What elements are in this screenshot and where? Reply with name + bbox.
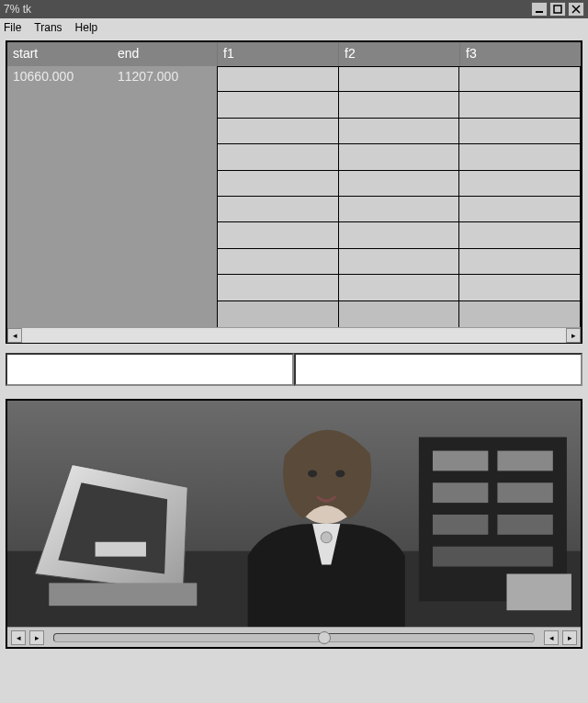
header-end[interactable]: end: [112, 42, 217, 66]
menu-file[interactable]: File: [4, 21, 21, 34]
table-row[interactable]: [217, 222, 581, 248]
menu-bar: File Trans Help: [0, 18, 588, 37]
svg-rect-7: [49, 583, 197, 606]
grid-cell[interactable]: [459, 171, 581, 197]
time-columns: start end 10660.000 11207.000: [7, 42, 217, 327]
svg-rect-19: [497, 515, 552, 535]
svg-rect-18: [433, 515, 488, 535]
feature-header: f1 f2 f3: [217, 42, 581, 66]
svg-rect-16: [433, 482, 488, 503]
close-button[interactable]: [568, 2, 584, 17]
table-row[interactable]: [217, 249, 581, 275]
grid-cell[interactable]: [459, 66, 581, 92]
play-button[interactable]: ▸: [29, 630, 44, 645]
table-row[interactable]: [217, 301, 581, 327]
grid-cell[interactable]: [217, 222, 339, 248]
seek-thumb[interactable]: [318, 631, 331, 644]
text-panels: [6, 353, 582, 386]
step-back-button[interactable]: ◂: [544, 630, 559, 645]
grid-cell[interactable]: [459, 249, 581, 275]
time-header: start end: [7, 42, 217, 66]
grid-cell[interactable]: [217, 275, 339, 300]
svg-point-12: [321, 532, 332, 543]
menu-help[interactable]: Help: [75, 21, 98, 34]
grid-cell[interactable]: [459, 222, 581, 248]
table-row[interactable]: [217, 197, 581, 222]
grid-cell[interactable]: [339, 222, 460, 248]
cell-end: 11207.000: [112, 66, 217, 88]
table-row[interactable]: [217, 92, 581, 118]
maximize-button[interactable]: [549, 2, 566, 17]
grid-body: [217, 66, 581, 327]
grid-cell[interactable]: [217, 66, 339, 92]
grid-cell[interactable]: [459, 197, 581, 222]
horizontal-scrollbar[interactable]: ◂ ▸: [7, 327, 581, 342]
feature-columns: f1 f2 f3: [217, 42, 581, 327]
table-row[interactable]: [217, 275, 581, 300]
svg-point-9: [308, 470, 317, 477]
player-controls: ◂ ▸ ◂ ▸: [7, 627, 581, 647]
table-row[interactable]: [217, 119, 581, 144]
text-box-right[interactable]: [294, 353, 582, 386]
grid-cell[interactable]: [217, 119, 339, 144]
grid-cell[interactable]: [459, 92, 581, 118]
scroll-right-button[interactable]: ▸: [566, 328, 581, 343]
grid-panel: start end 10660.000 11207.000 f1 f2 f3: [6, 40, 582, 344]
svg-rect-14: [433, 451, 488, 471]
grid-cell[interactable]: [339, 249, 460, 275]
header-start[interactable]: start: [7, 42, 112, 66]
minimize-button[interactable]: [531, 2, 548, 17]
prev-button[interactable]: ◂: [11, 630, 26, 645]
grid-cell[interactable]: [339, 275, 460, 300]
window-titlebar: 7% tk: [0, 0, 588, 18]
cell-start: 10660.000: [7, 66, 112, 88]
menu-trans[interactable]: Trans: [34, 21, 62, 34]
window-controls: [531, 2, 584, 17]
video-frame: [7, 401, 581, 627]
grid-cell[interactable]: [339, 66, 460, 92]
svg-rect-21: [506, 573, 571, 610]
header-f1[interactable]: f1: [217, 42, 338, 66]
svg-rect-17: [497, 482, 552, 503]
grid-cell[interactable]: [217, 144, 339, 170]
scroll-track[interactable]: [22, 328, 566, 343]
svg-rect-1: [554, 6, 561, 13]
grid-cell[interactable]: [339, 197, 460, 222]
svg-rect-6: [96, 542, 146, 557]
table-row[interactable]: [217, 144, 581, 170]
video-panel: ◂ ▸ ◂ ▸: [6, 399, 582, 649]
grid-cell[interactable]: [339, 144, 460, 170]
grid-cell[interactable]: [217, 92, 339, 118]
window-title: 7% tk: [4, 3, 531, 16]
grid-cell[interactable]: [459, 301, 581, 327]
text-box-left[interactable]: [6, 353, 294, 386]
table-row[interactable]: [217, 66, 581, 92]
grid-cell[interactable]: [459, 144, 581, 170]
grid-cell[interactable]: [339, 119, 460, 144]
scroll-left-button[interactable]: ◂: [7, 328, 22, 343]
grid-cell[interactable]: [459, 119, 581, 144]
header-f3[interactable]: f3: [459, 42, 581, 66]
time-row[interactable]: 10660.000 11207.000: [7, 66, 217, 88]
seek-track[interactable]: [53, 633, 535, 642]
svg-rect-15: [497, 451, 552, 471]
grid-cell[interactable]: [339, 92, 460, 118]
svg-rect-0: [536, 11, 543, 13]
grid-cell[interactable]: [339, 301, 460, 327]
header-f2[interactable]: f2: [338, 42, 459, 66]
step-fwd-button[interactable]: ▸: [562, 630, 577, 645]
svg-rect-20: [433, 547, 553, 567]
grid-cell[interactable]: [217, 197, 339, 222]
grid-area: start end 10660.000 11207.000 f1 f2 f3: [7, 42, 581, 327]
grid-cell[interactable]: [217, 249, 339, 275]
svg-point-10: [335, 470, 345, 477]
grid-cell[interactable]: [217, 171, 339, 197]
grid-cell[interactable]: [339, 171, 460, 197]
grid-cell[interactable]: [217, 301, 339, 327]
table-row[interactable]: [217, 171, 581, 197]
grid-cell[interactable]: [459, 275, 581, 300]
